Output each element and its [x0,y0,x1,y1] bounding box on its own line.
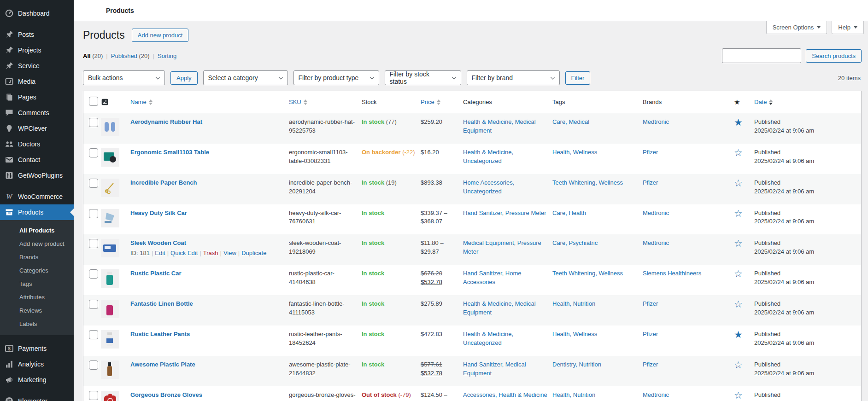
sidebar-subitem-tags[interactable]: Tags [0,277,74,291]
product-categories[interactable]: Hand Sanitizer, Home Accessories [463,270,521,285]
product-thumbnail[interactable] [101,239,119,257]
sidebar-item-products[interactable]: Products [0,204,74,220]
sidebar-item-wpclever[interactable]: WPClever [0,121,74,136]
row-action-duplicate[interactable]: Duplicate [241,250,266,256]
product-name-link[interactable]: Sleek Wooden Coat [130,239,186,246]
product-categories[interactable]: Hand Sanitizer, Medical Equipment [463,361,526,377]
product-categories[interactable]: Health & Medicine, Medical Equipment [463,118,536,134]
row-action-trash[interactable]: Trash [203,250,218,256]
screen-options-button[interactable]: Screen Options [766,21,827,34]
brand-filter-select[interactable]: Filter by brand [467,70,560,85]
product-type-filter-select[interactable]: Filter by product type [293,70,379,85]
sidebar-item-contact[interactable]: Contact [0,152,74,168]
sidebar-subitem-brands[interactable]: Brands [0,250,74,264]
sidebar-subitem-attributes[interactable]: Attributes [0,291,74,304]
product-tags[interactable]: Health, Wellness [552,149,597,156]
stock-status-filter-select[interactable]: Filter by stock status [385,70,461,85]
star-outline-icon[interactable]: ☆ [734,299,743,309]
featured-star-icon[interactable]: ★ [734,329,743,340]
product-categories[interactable]: Hand Sanitizer, Pressure Meter [463,209,546,216]
product-brands[interactable]: Medtronic [643,209,669,216]
row-checkbox[interactable] [89,360,98,370]
row-checkbox[interactable] [89,330,98,339]
product-thumbnail[interactable] [101,300,119,318]
sidebar-subitem-reviews[interactable]: Reviews [0,304,74,317]
row-checkbox[interactable] [89,300,98,309]
sidebar-subitem-categories[interactable]: Categories [0,264,74,277]
product-brands[interactable]: Siemens Healthineers [643,270,701,277]
sidebar-item-media[interactable]: Media [0,74,74,89]
help-button[interactable]: Help [832,21,864,34]
product-tags[interactable]: Health, Wellness [552,331,597,337]
row-checkbox[interactable] [89,179,98,188]
row-action-view[interactable]: View [223,250,236,256]
category-filter-select[interactable]: Select a category [203,70,288,85]
apply-button[interactable]: Apply [170,71,198,85]
product-brands[interactable]: Pfizer [643,361,658,368]
bulk-actions-select[interactable]: Bulk actions [83,70,165,85]
search-products-button[interactable]: Search products [806,49,862,63]
sidebar-item-service[interactable]: Service [0,58,74,74]
view-sorting[interactable]: Sorting [158,52,176,59]
product-name-link[interactable]: Ergonomic Small1103 Table [130,149,209,156]
product-categories[interactable]: Health & Medicine, Uncategorized [463,331,513,346]
product-name-link[interactable]: Rustic Leather Pants [130,331,190,337]
sidebar-item-woocommerce[interactable]: WWooCommerce [0,189,74,204]
star-outline-icon[interactable]: ☆ [734,238,743,249]
product-categories[interactable]: Medical Equipment, Pressure Meter [463,239,541,255]
sidebar-item-dashboard[interactable]: Dashboard [0,6,74,21]
product-thumbnail[interactable] [101,209,119,227]
star-outline-icon[interactable]: ☆ [734,390,743,401]
sidebar-item-projects[interactable]: Projects [0,42,74,58]
sidebar-item-marketing[interactable]: Marketing [0,372,74,388]
sidebar-item-getwooplugins[interactable]: GetWooPlugins [0,168,74,183]
product-name-link[interactable]: Gorgeous Bronze Gloves [130,391,202,398]
row-action-quick-edit[interactable]: Quick Edit [170,250,198,256]
add-new-product-button[interactable]: Add new product [132,29,189,42]
row-checkbox[interactable] [89,391,98,400]
product-name-link[interactable]: Fantastic Linen Bottle [130,300,193,307]
search-input[interactable] [722,48,801,63]
product-thumbnail[interactable] [101,118,119,136]
sidebar-item-comments[interactable]: Comments [0,105,74,121]
product-tags[interactable]: Teeth Whitening, Wellness [552,179,623,186]
product-name-link[interactable]: Heavy Duty Silk Car [130,209,187,216]
product-name-link[interactable]: Awesome Plastic Plate [130,361,195,368]
product-tags[interactable]: Care, Psychiatric [552,239,598,246]
product-brands[interactable]: Medtronic [643,239,669,246]
product-thumbnail[interactable] [101,391,119,401]
select-all-checkbox[interactable] [89,97,98,106]
sidebar-subitem-labels[interactable]: Labels [0,317,74,331]
star-outline-icon[interactable]: ☆ [734,178,743,188]
product-tags[interactable]: Health, Nutrition [552,300,595,307]
row-checkbox[interactable] [89,148,98,157]
product-name-link[interactable]: Incredible Paper Bench [130,179,197,186]
product-thumbnail[interactable] [101,179,119,197]
row-checkbox[interactable] [89,269,98,279]
sort-by-sku[interactable]: SKU [289,99,307,105]
product-brands[interactable]: Pfizer [643,300,658,307]
product-name-link[interactable]: Aerodynamic Rubber Hat [130,118,202,125]
view-published[interactable]: Published [111,52,137,59]
row-checkbox[interactable] [89,239,98,248]
product-brands[interactable]: Pfizer [643,331,658,337]
product-brands[interactable]: Medtronic [643,118,669,125]
sidebar-subitem-all-products[interactable]: All Products [0,224,74,237]
product-thumbnail[interactable] [101,269,119,288]
product-brands[interactable]: Medtronic [643,391,669,398]
sidebar-item-analytics[interactable]: Analytics [0,356,74,372]
sidebar-item-pages[interactable]: Pages [0,89,74,105]
product-tags[interactable]: Health, Nutrition [552,391,595,398]
product-categories[interactable]: Health & Medicine, Medical Equipment [463,300,536,316]
sidebar-item-doctors[interactable]: Doctors [0,136,74,152]
sidebar-item-elementor[interactable]: Elementor [0,393,74,401]
filter-button[interactable]: Filter [565,71,591,85]
sort-by-price[interactable]: Price [421,99,440,105]
product-thumbnail[interactable] [101,330,119,349]
product-categories[interactable]: Home Accessories, Uncategorized [463,179,514,195]
sort-by-name[interactable]: Name [130,99,152,105]
product-categories[interactable]: Accessories, Health & Medicine [463,391,547,398]
product-categories[interactable]: Health & Medicine, Uncategorized [463,149,513,164]
star-outline-icon[interactable]: ☆ [734,147,743,158]
star-outline-icon[interactable]: ☆ [734,208,743,219]
